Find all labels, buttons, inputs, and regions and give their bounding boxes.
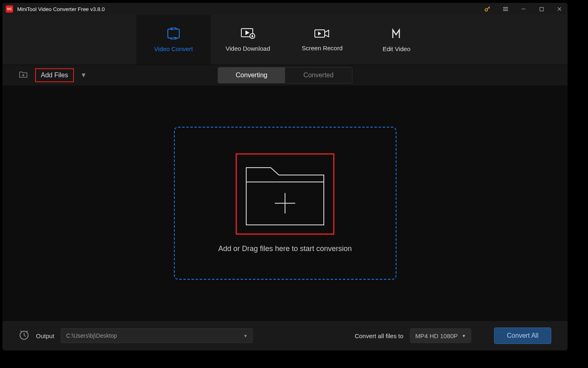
app-logo: VC: [6, 5, 13, 13]
convert-all-button[interactable]: Convert All: [494, 328, 551, 344]
chevron-down-icon[interactable]: ▼: [80, 72, 87, 79]
output-path-value: C:\Users\bj\Desktop: [66, 332, 117, 339]
chevron-down-icon: ▼: [462, 334, 466, 338]
folder-plus-icon: [19, 71, 28, 80]
segment-converted[interactable]: Converted: [285, 67, 352, 83]
segment-control: Converting Converted: [218, 67, 352, 83]
menu-icon[interactable]: [501, 4, 510, 14]
svg-marker-13: [318, 32, 321, 35]
format-select[interactable]: MP4 HD 1080P ▼: [410, 328, 471, 343]
tab-screen-record[interactable]: Screen Record: [285, 15, 359, 65]
titlebar: VC MiniTool Video Converter Free v3.8.0: [2, 3, 568, 15]
tab-label: Screen Record: [302, 45, 343, 52]
minimize-icon[interactable]: [519, 4, 528, 14]
tab-label: Video Download: [226, 45, 270, 52]
tab-label: Edit Video: [383, 45, 410, 52]
output-path-select[interactable]: C:\Users\bj\Desktop ▼: [61, 328, 253, 343]
app-window: VC MiniTool Video Converter Free v3.8.0 …: [2, 3, 568, 350]
key-icon[interactable]: [483, 4, 492, 14]
svg-rect-8: [168, 29, 179, 38]
nav-tabs: Video Convert Video Download Screen Reco…: [2, 15, 568, 65]
add-files-button[interactable]: Add Files: [35, 68, 74, 82]
add-files-group: Add Files ▼: [19, 68, 87, 82]
window-controls: [483, 4, 564, 14]
svg-rect-5: [540, 7, 543, 11]
convert-to-label: Convert all files to: [355, 332, 403, 339]
folder-add-icon: [244, 159, 326, 227]
footer: Output C:\Users\bj\Desktop ▼ Convert all…: [2, 321, 568, 350]
chevron-down-icon: ▼: [243, 334, 247, 338]
svg-marker-10: [246, 31, 249, 34]
tab-video-convert[interactable]: Video Convert: [136, 15, 211, 65]
dropzone-folder-highlight: [236, 153, 334, 235]
tab-edit-video[interactable]: Edit Video: [359, 15, 434, 65]
output-label: Output: [36, 332, 54, 339]
segment-converting[interactable]: Converting: [218, 67, 285, 83]
close-icon[interactable]: [555, 4, 564, 14]
tab-label: Video Convert: [154, 45, 193, 52]
toolbar: Add Files ▼ Converting Converted: [2, 65, 568, 85]
dropzone[interactable]: Add or Drag files here to start conversi…: [174, 127, 396, 280]
app-title: MiniTool Video Converter Free v3.8.0: [17, 6, 483, 12]
maximize-icon[interactable]: [537, 4, 546, 14]
dropzone-text: Add or Drag files here to start conversi…: [218, 245, 352, 253]
format-value: MP4 HD 1080P: [415, 332, 458, 339]
tab-video-download[interactable]: Video Download: [211, 15, 285, 65]
timer-icon[interactable]: [19, 330, 29, 342]
content-area: Add or Drag files here to start conversi…: [2, 85, 568, 321]
